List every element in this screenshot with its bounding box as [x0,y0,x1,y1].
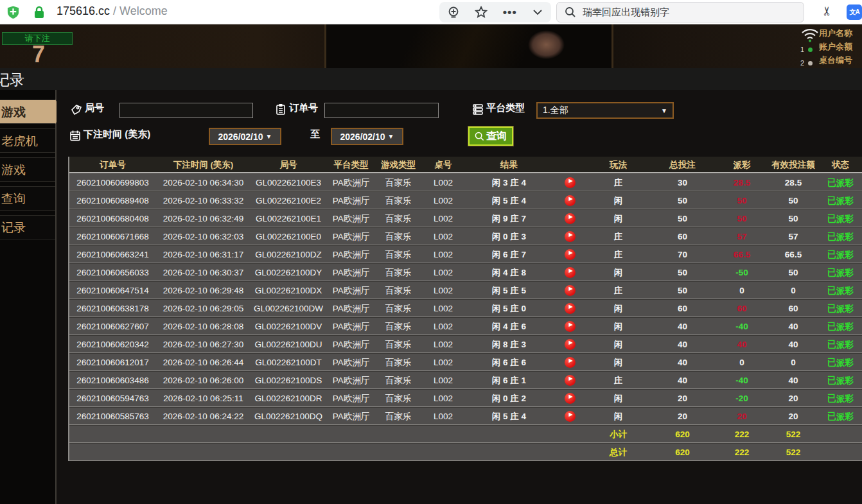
cell-empty [376,444,421,460]
records-panel: 局号 订单号 平台类型 1.全部 ▼ 下注时间 (美东) 2026/02/10 … [57,90,862,504]
cell-play-type: 庄 [588,372,649,388]
lock-icon[interactable] [34,6,44,19]
column-header: 桌号 [421,157,466,172]
cell-table-no: L002 [421,354,466,370]
table-row: 2602100606894082026-02-10 06:33:32GL0022… [69,191,862,209]
cell-table-no: L002 [421,282,466,299]
cell-empty [251,426,326,442]
cell-game-type: 百家乐 [376,192,421,209]
more-icon[interactable]: ••• [503,6,517,19]
order-no-input[interactable] [324,103,439,118]
cell-total-bet: 40 [649,354,716,370]
cell-empty [156,426,251,442]
cell-table-no: L002 [421,300,466,317]
browser-search-box[interactable]: 瑞幸回应出现错别字 [556,2,804,22]
cell-payout: 60 [716,300,768,317]
cell-payout: -40 [716,372,768,388]
address-url[interactable]: 175616.cc / Welcome [57,4,168,18]
column-header: 游戏类型 [376,157,421,172]
round-no-input[interactable] [119,103,253,118]
cell-play-type: 闲 [588,390,649,406]
cell-payout: 57 [716,228,768,245]
cell-table-no: L002 [421,336,466,352]
cell-play-type: 庄 [588,174,649,191]
replay-play-icon[interactable] [565,177,576,188]
cell-totals-valid: 522 [768,444,819,460]
query-button-label: 查询 [486,130,507,143]
reading-list-icon[interactable] [447,6,460,19]
cell-status: 已派彩 [819,408,862,424]
cell-result: 闲 3 庄 4 [466,174,552,191]
chevron-down-icon[interactable] [532,6,543,18]
date-from-select[interactable]: 2026/02/10 ▼ [209,128,281,145]
replay-play-icon[interactable] [565,375,576,386]
url-host: 175616.cc [57,4,110,17]
browser-toolbar: 175616.cc / Welcome ••• 瑞幸回应出现错别字 ✂ 文A [0,0,862,24]
cell-payout: 66.5 [716,246,768,263]
replay-play-icon[interactable] [565,267,576,278]
cell-bet-time: 2026-02-10 06:33:32 [156,192,251,209]
sidebar-item-records[interactable]: 记录 [0,215,55,239]
cell-order-no: 260210060680408 [69,210,156,227]
cell-bet-time: 2026-02-10 06:27:30 [156,336,251,352]
replay-play-icon[interactable] [565,213,576,224]
cell-valid-bet: 40 [768,336,819,352]
replay-play-icon[interactable] [565,321,576,332]
scissors-icon[interactable]: ✂ [820,6,834,17]
cell-valid-bet: 57 [768,228,819,245]
translate-icon[interactable]: 文A [847,4,862,20]
sidebar-item-games[interactable]: 游戏 [0,157,55,182]
sidebar-item-query[interactable]: 查询 [0,186,55,211]
cell-valid-bet: 60 [768,300,819,317]
video-feed[interactable]: 请下注 7 1 2 用户名称 账户余额 桌台编号 [0,24,862,68]
adblock-shield-icon[interactable] [6,5,20,19]
cell-table-no: L002 [421,372,466,388]
cell-round-no: GL002262100DQ [251,408,326,424]
cell-replay [552,372,588,388]
replay-play-icon[interactable] [565,249,576,260]
query-button[interactable]: 查询 [468,126,513,146]
replay-play-icon[interactable] [565,357,576,368]
replay-play-icon[interactable] [565,195,576,206]
replay-play-icon[interactable] [565,411,576,422]
replay-play-icon[interactable] [565,393,576,404]
table-row: 2602100606034862026-02-10 06:26:00GL0022… [69,371,862,389]
cell-totals-valid: 522 [768,426,819,442]
date-to-select[interactable]: 2026/02/10 ▼ [331,128,403,145]
platform-type-select[interactable]: 1.全部 ▼ [536,102,674,119]
replay-play-icon[interactable] [565,339,576,350]
cell-empty [552,426,588,442]
cell-empty [69,444,156,460]
grand-total-row: 总计620222522 [69,443,862,461]
cell-bet-time: 2026-02-10 06:29:48 [156,282,251,299]
replay-play-icon[interactable] [565,231,576,242]
cell-empty [326,444,376,460]
cell-replay [552,210,588,227]
round-no-label: 局号 [85,102,104,114]
table-row: 2602100606632412026-02-10 06:31:17GL0022… [69,245,862,263]
cell-empty [466,444,552,460]
replay-play-icon[interactable] [565,303,576,314]
balance-label: 账户余额 [819,41,862,52]
column-header: 玩法 [588,157,649,172]
cell-valid-bet: 40 [768,372,819,388]
sidebar-item-slots[interactable]: 老虎机 [0,128,55,153]
bet-records-table: 订单号下注时间 (美东)局号平台类型游戏类型桌号结果玩法总投注派彩有效投注额状态… [68,157,862,461]
cell-platform: PA欧洲厅 [326,372,376,388]
round-tag-icon [71,104,82,116]
cell-totals-bet: 620 [649,426,716,442]
cell-order-no: 260210060656033 [69,264,156,281]
cell-replay [552,318,588,335]
sidebar-item-live-games[interactable]: 游戏 [0,100,55,124]
cell-platform: PA欧洲厅 [326,336,376,352]
cell-replay [552,408,588,424]
replay-play-icon[interactable] [565,285,576,296]
cell-bet-time: 2026-02-10 06:31:17 [156,246,251,263]
cell-order-no: 260210060627607 [69,318,156,335]
cell-valid-bet: 66.5 [768,246,819,263]
cell-round-no: GL002262100DY [251,264,326,281]
cell-result: 闲 0 庄 3 [466,228,552,245]
cell-status: 已派彩 [819,264,862,281]
star-icon[interactable] [475,6,488,19]
cell-payout: 40 [716,336,768,352]
